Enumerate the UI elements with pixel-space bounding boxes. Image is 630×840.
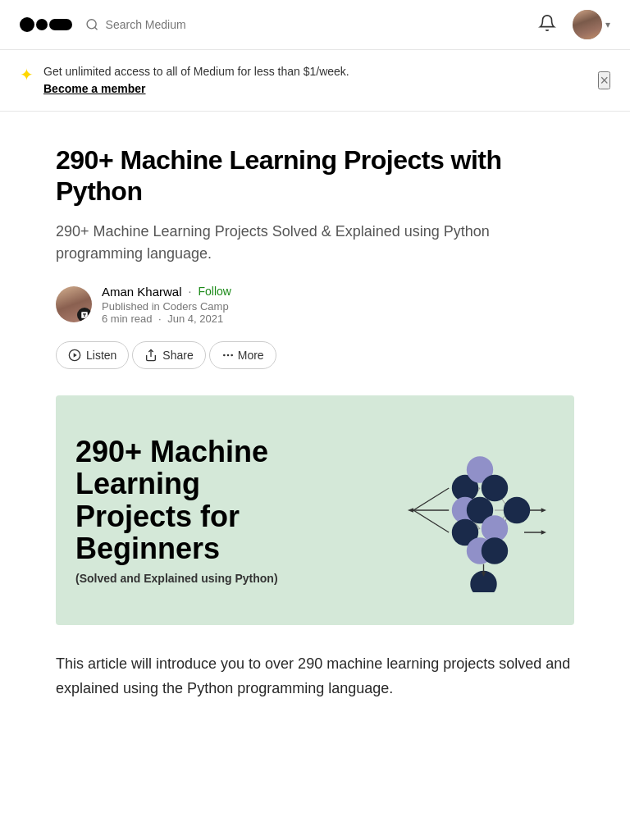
- header-right: ▾: [538, 10, 610, 39]
- header: ▾: [0, 0, 630, 50]
- share-icon: [144, 349, 158, 362]
- article-intro: This article will introduce you to over …: [56, 651, 574, 701]
- bell-icon: [538, 14, 556, 32]
- chevron-down-icon: ▾: [605, 19, 610, 30]
- article-subtitle: 290+ Machine Learning Projects Solved & …: [56, 221, 574, 265]
- more-button[interactable]: More: [209, 341, 276, 369]
- neural-network-diagram: [399, 428, 546, 592]
- svg-point-37: [504, 497, 530, 523]
- svg-point-0: [87, 20, 96, 29]
- svg-point-36: [482, 537, 508, 564]
- logo-dot-mid: [36, 19, 48, 30]
- svg-marker-10: [408, 508, 413, 512]
- listen-button[interactable]: Listen: [56, 341, 129, 369]
- hero-subtitle: (Solved and Explained using Python): [75, 572, 374, 585]
- action-bar: Listen Share More: [56, 341, 574, 369]
- hero-text-block: 290+ Machine Learning Projects for Begin…: [75, 436, 390, 585]
- separator-dot: ·: [189, 285, 192, 298]
- membership-banner: ✦ Get unlimited access to all of Medium …: [0, 50, 630, 112]
- hero-title-line3: Projects for: [75, 500, 240, 533]
- hero-title-line2: Learning: [75, 467, 200, 500]
- hero-title-line4: Beginners: [75, 532, 220, 565]
- svg-point-32: [482, 475, 508, 501]
- svg-point-4: [223, 354, 226, 356]
- logo-rect: [49, 19, 72, 30]
- become-member-link[interactable]: Become a member: [43, 82, 146, 95]
- article-title: 290+ Machine Learning Projects with Pyth…: [56, 144, 574, 208]
- share-label: Share: [162, 349, 193, 362]
- author-info: Aman Kharwal · Follow Published in Coder…: [102, 285, 232, 325]
- search-input[interactable]: [106, 18, 348, 31]
- publish-date: Jun 4, 2021: [167, 313, 223, 325]
- svg-point-6: [231, 354, 233, 356]
- hero-title: 290+ Machine Learning Projects for Begin…: [75, 436, 374, 565]
- author-avatar[interactable]: [56, 286, 92, 322]
- published-in[interactable]: Published in Coders Camp: [102, 300, 229, 313]
- author-row: Aman Kharwal · Follow Published in Coder…: [56, 285, 574, 325]
- banner-text: Get unlimited access to all of Medium fo…: [43, 63, 349, 98]
- meta-dot: ·: [158, 313, 162, 325]
- svg-point-5: [226, 354, 229, 356]
- article-container: 290+ Machine Learning Projects with Pyth…: [36, 112, 594, 734]
- hero-image: 290+ Machine Learning Projects for Begin…: [56, 395, 574, 625]
- search-bar[interactable]: [85, 17, 348, 32]
- logo-dot-large: [20, 17, 34, 32]
- author-badge-icon: [77, 308, 92, 322]
- user-avatar-menu[interactable]: ▾: [573, 10, 610, 39]
- svg-marker-2: [74, 353, 77, 357]
- hero-title-line1: 290+ Machine: [75, 435, 268, 468]
- follow-button[interactable]: Follow: [198, 285, 231, 298]
- author-name-row: Aman Kharwal · Follow: [102, 285, 232, 299]
- medium-logo[interactable]: [20, 17, 72, 32]
- svg-marker-25: [541, 508, 546, 512]
- star-icon: ✦: [20, 65, 34, 84]
- article-body: This article will introduce you to over …: [56, 651, 574, 701]
- svg-line-7: [413, 488, 449, 510]
- more-label: More: [238, 349, 264, 362]
- author-meta: Published in Coders Camp 6 min read · Ju…: [102, 300, 232, 325]
- close-banner-button[interactable]: ×: [598, 71, 610, 89]
- avatar: [573, 10, 602, 39]
- share-button[interactable]: Share: [132, 341, 205, 369]
- read-time: 6 min read: [102, 313, 152, 325]
- hero-graphic: [390, 428, 555, 592]
- author-name[interactable]: Aman Kharwal: [102, 285, 182, 299]
- svg-marker-27: [541, 530, 546, 534]
- svg-line-9: [413, 510, 449, 532]
- more-dots-icon: [221, 349, 235, 362]
- search-icon: [85, 17, 99, 32]
- play-icon: [68, 349, 81, 362]
- listen-label: Listen: [86, 349, 116, 362]
- notifications-button[interactable]: [538, 14, 556, 35]
